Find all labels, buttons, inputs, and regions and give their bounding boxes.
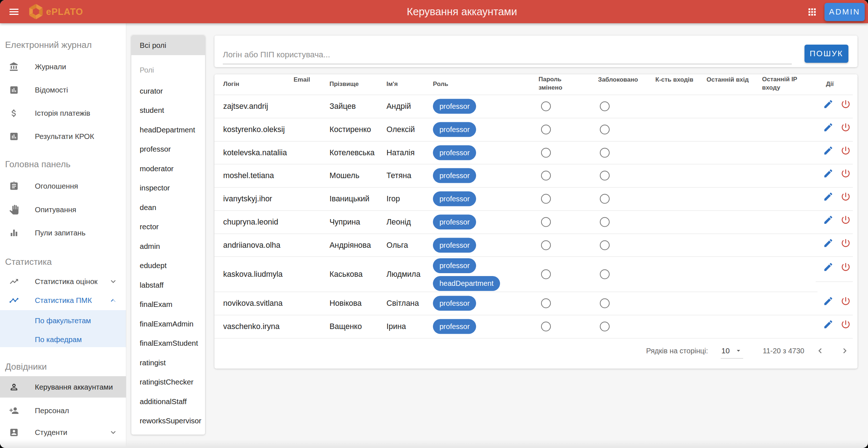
power-icon[interactable] — [840, 262, 851, 272]
sidebar-subitem-kafedry[interactable]: По кафедрам — [0, 330, 126, 349]
blocked-radio[interactable] — [600, 102, 610, 111]
sidebar-item-rezultaty-krok[interactable]: Результати КРОК — [0, 125, 126, 148]
admin-button[interactable]: ADMIN — [824, 3, 865, 21]
blocked-radio[interactable] — [600, 194, 610, 204]
edit-icon[interactable] — [823, 99, 834, 110]
role-item-finalexamadmin[interactable]: finalExamAdmin — [131, 314, 205, 334]
col-header-last-login[interactable]: Останній вхід — [707, 76, 749, 84]
power-icon[interactable] — [840, 238, 851, 248]
role-item-curator[interactable]: curator — [131, 81, 205, 101]
role-item-ratingistchecker[interactable]: ratingistChecker — [131, 372, 205, 392]
power-icon[interactable] — [840, 122, 851, 133]
power-icon[interactable] — [840, 319, 851, 330]
role-item-moderator[interactable]: moderator — [131, 159, 205, 178]
accounts-table: Логін Email Прізвище Ім'я Роль Пароль зм… — [214, 74, 857, 369]
edit-icon[interactable] — [823, 122, 834, 133]
password-changed-radio[interactable] — [541, 217, 551, 227]
role-chip: professor — [433, 99, 476, 114]
apps-grid-icon[interactable] — [806, 5, 819, 19]
edit-icon[interactable] — [823, 238, 834, 248]
blocked-radio[interactable] — [600, 322, 610, 332]
power-icon[interactable] — [840, 215, 851, 225]
col-header-blocked[interactable]: Заблоковано — [598, 76, 638, 84]
password-changed-radio[interactable] — [541, 240, 551, 250]
role-item-professor[interactable]: professor — [131, 139, 205, 159]
role-item-edudept[interactable]: edudept — [131, 256, 205, 275]
password-changed-radio[interactable] — [541, 125, 551, 135]
power-icon[interactable] — [840, 192, 851, 202]
role-item-finalexam[interactable]: finalExam — [131, 295, 205, 314]
role-item-ratingist[interactable]: ratingist — [131, 353, 205, 373]
power-icon[interactable] — [840, 168, 851, 179]
table-row: chupryna.leonid Чуприна Леонід professor — [214, 210, 857, 234]
sidebar-item-studenty[interactable]: Студенти — [0, 421, 126, 444]
all-roles-item[interactable]: Всі ролі — [131, 35, 205, 55]
role-item-admin[interactable]: admin — [131, 237, 205, 256]
role-item-rector[interactable]: rector — [131, 217, 205, 237]
edit-icon[interactable] — [823, 215, 834, 225]
password-changed-radio[interactable] — [541, 148, 551, 157]
menu-icon[interactable] — [7, 5, 21, 18]
sidebar-item-opytuvannia[interactable]: Опитування — [0, 198, 126, 221]
account-box-icon — [9, 428, 19, 437]
password-changed-radio[interactable] — [541, 102, 551, 111]
sidebar-item-label: Історія платежів — [35, 102, 90, 125]
password-changed-radio[interactable] — [541, 194, 551, 204]
sidebar-item-vidomosti[interactable]: Відомості — [0, 78, 126, 102]
sidebar-item-oholoshennia[interactable]: Оголошення — [0, 174, 126, 198]
password-changed-radio[interactable] — [541, 322, 551, 332]
role-item-student[interactable]: student — [131, 100, 205, 120]
cell-first-name: Ірина — [386, 322, 406, 331]
rows-per-page-select[interactable]: 10 — [721, 343, 743, 359]
password-changed-radio[interactable] — [541, 171, 551, 181]
blocked-radio[interactable] — [600, 148, 610, 157]
edit-icon[interactable] — [823, 319, 834, 330]
edit-icon[interactable] — [823, 262, 834, 272]
col-header-firstname[interactable]: Ім'я — [386, 80, 398, 89]
role-item-additionalstaff[interactable]: additionalStaff — [131, 392, 205, 411]
sidebar-item-statystyka-pmk[interactable]: Статистика ПМК — [0, 289, 126, 312]
sidebar-item-label: Пули запитань — [35, 221, 86, 244]
col-header-password-changed[interactable]: Пароль змінено — [539, 75, 576, 92]
role-item-dean[interactable]: dean — [131, 198, 205, 217]
search-button[interactable]: ПОШУК — [804, 45, 848, 63]
role-item-labstaff[interactable]: labstaff — [131, 275, 205, 295]
edit-icon[interactable] — [823, 145, 834, 156]
sidebar-item-istoria-platezhiv[interactable]: Історія платежів — [0, 102, 126, 125]
edit-icon[interactable] — [823, 296, 834, 307]
sidebar-subitem-fakultety[interactable]: По факультетам — [0, 311, 126, 330]
edit-icon[interactable] — [823, 168, 834, 179]
blocked-radio[interactable] — [600, 299, 610, 308]
col-header-lastname[interactable]: Прізвище — [329, 80, 359, 89]
sidebar-item-keruvannia-akkauntamy[interactable]: Керування аккаунтами — [0, 376, 126, 398]
chevron-right-icon[interactable] — [840, 346, 850, 356]
col-header-login[interactable]: Логін — [223, 80, 239, 89]
col-header-last-ip[interactable]: Останній IP входу — [762, 75, 816, 92]
chevron-left-icon[interactable] — [815, 346, 825, 356]
power-icon[interactable] — [840, 145, 851, 156]
col-header-logins-count[interactable]: К-сть входів — [655, 76, 693, 84]
col-header-actions[interactable]: Дії — [826, 80, 834, 89]
blocked-radio[interactable] — [600, 240, 610, 250]
role-item-inspector[interactable]: inspector — [131, 178, 205, 198]
sidebar-item-label: Статистика ПМК — [35, 289, 92, 312]
sidebar-subitem-label: По кафедрам — [35, 330, 82, 349]
search-input[interactable] — [223, 46, 792, 64]
role-item-reworkssupervisor[interactable]: reworksSupervisor — [131, 411, 205, 431]
blocked-radio[interactable] — [600, 269, 610, 279]
password-changed-radio[interactable] — [541, 269, 551, 279]
power-icon[interactable] — [840, 99, 851, 110]
edit-icon[interactable] — [823, 192, 834, 202]
sidebar-item-zhurnaly[interactable]: Журнали — [0, 55, 126, 78]
col-header-role[interactable]: Роль — [433, 80, 448, 89]
role-item-headdepartment[interactable]: headDepartment — [131, 120, 205, 140]
sidebar-item-personal[interactable]: Персонал — [0, 399, 126, 422]
sidebar-item-puly-zapytan[interactable]: Пули запитань — [0, 221, 126, 244]
role-item-finalexamstudent[interactable]: finalExamStudent — [131, 333, 205, 353]
blocked-radio[interactable] — [600, 125, 610, 135]
blocked-radio[interactable] — [600, 171, 610, 181]
password-changed-radio[interactable] — [541, 299, 551, 308]
power-icon[interactable] — [840, 296, 851, 307]
col-header-email[interactable]: Email — [294, 76, 310, 84]
blocked-radio[interactable] — [600, 217, 610, 227]
